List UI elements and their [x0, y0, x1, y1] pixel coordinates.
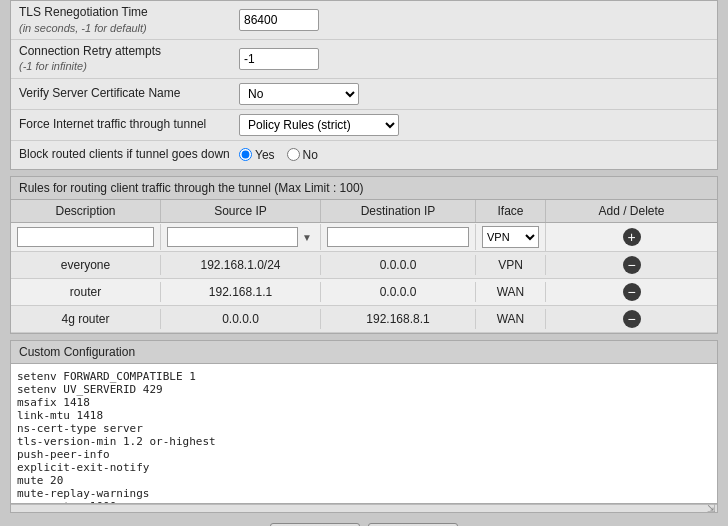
- row2-description: router: [11, 282, 161, 302]
- input-destination-ip-cell: [321, 224, 476, 250]
- row2-delete-cell: −: [546, 279, 717, 305]
- table-row: 4g router 0.0.0.0 192.168.8.1 WAN −: [11, 306, 717, 333]
- input-source-ip-cell: ▼: [161, 224, 321, 250]
- row1-destination-ip: 0.0.0.0: [321, 255, 476, 275]
- remove-icon: −: [623, 256, 641, 274]
- tls-renegotiation-label: TLS Renegotiation Time (in seconds, -1 f…: [19, 5, 239, 35]
- row2-source-ip: 192.168.1.1: [161, 282, 321, 302]
- source-ip-wrapper: ▼: [167, 227, 314, 247]
- input-description[interactable]: [17, 227, 154, 247]
- add-icon: +: [623, 228, 641, 246]
- row3-description: 4g router: [11, 309, 161, 329]
- row1-description: everyone: [11, 255, 161, 275]
- block-routed-yes-label[interactable]: Yes: [239, 148, 275, 162]
- verify-cert-label: Verify Server Certificate Name: [19, 86, 239, 102]
- input-add-cell: +: [546, 224, 717, 250]
- bottom-bar: Default Apply: [0, 513, 728, 526]
- custom-config-textarea[interactable]: setenv FORWARD_COMPATIBLE 1 setenv UV_SE…: [11, 364, 717, 504]
- row1-source-ip: 192.168.1.0/24: [161, 255, 321, 275]
- block-routed-value: Yes No: [239, 148, 709, 162]
- routing-section: Rules for routing client traffic through…: [10, 176, 718, 334]
- block-routed-yes-radio[interactable]: [239, 148, 252, 161]
- row1-iface: VPN: [476, 255, 546, 275]
- custom-config-section: Custom Configuration setenv FORWARD_COMP…: [10, 340, 718, 513]
- block-routed-no-text: No: [303, 148, 318, 162]
- row3-delete-cell: −: [546, 306, 717, 332]
- remove-row1-button[interactable]: −: [622, 255, 642, 275]
- block-routed-label: Block routed clients if tunnel goes down: [19, 147, 239, 163]
- col-source-ip: Source IP: [161, 200, 321, 222]
- remove-row2-button[interactable]: −: [622, 282, 642, 302]
- row3-iface: WAN: [476, 309, 546, 329]
- col-description: Description: [11, 200, 161, 222]
- main-container: TLS Renegotiation Time (in seconds, -1 f…: [0, 0, 728, 526]
- resize-icon: ⇲: [707, 503, 715, 514]
- row1-delete-cell: −: [546, 252, 717, 278]
- row2-destination-ip: 0.0.0.0: [321, 282, 476, 302]
- routing-header: Rules for routing client traffic through…: [11, 177, 717, 200]
- verify-cert-row: Verify Server Certificate Name No Yes: [11, 79, 717, 110]
- input-description-cell: [11, 224, 161, 250]
- input-iface-select[interactable]: VPN WAN: [482, 226, 539, 248]
- block-routed-no-label[interactable]: No: [287, 148, 318, 162]
- block-routed-row: Block routed clients if tunnel goes down…: [11, 141, 717, 169]
- tls-renegotiation-input[interactable]: [239, 9, 319, 31]
- remove-icon: −: [623, 283, 641, 301]
- table-row: everyone 192.168.1.0/24 0.0.0.0 VPN −: [11, 252, 717, 279]
- textarea-resize-handle[interactable]: ⇲: [11, 504, 717, 512]
- source-ip-dropdown-arrow[interactable]: ▼: [302, 231, 312, 242]
- settings-section: TLS Renegotiation Time (in seconds, -1 f…: [10, 0, 718, 170]
- input-source-ip[interactable]: [167, 227, 298, 247]
- verify-cert-select[interactable]: No Yes: [239, 83, 359, 105]
- connection-retry-row: Connection Retry attempts (-1 for infini…: [11, 40, 717, 79]
- row3-source-ip: 0.0.0.0: [161, 309, 321, 329]
- routing-table-container: Description Source IP Destination IP Ifa…: [11, 200, 717, 333]
- connection-retry-value: [239, 48, 709, 70]
- col-add-delete: Add / Delete: [546, 200, 717, 222]
- verify-cert-value: No Yes: [239, 83, 709, 105]
- routing-input-row: ▼ VPN WAN +: [11, 223, 717, 252]
- block-routed-yes-text: Yes: [255, 148, 275, 162]
- tls-renegotiation-value: [239, 9, 709, 31]
- force-internet-value: Policy Rules (strict) Yes No: [239, 114, 709, 136]
- input-destination-ip[interactable]: [327, 227, 469, 247]
- row2-iface: WAN: [476, 282, 546, 302]
- force-internet-label: Force Internet traffic through tunnel: [19, 117, 239, 133]
- add-row-button[interactable]: +: [622, 227, 642, 247]
- routing-table-header-row: Description Source IP Destination IP Ifa…: [11, 200, 717, 223]
- tls-renegotiation-row: TLS Renegotiation Time (in seconds, -1 f…: [11, 1, 717, 40]
- remove-row3-button[interactable]: −: [622, 309, 642, 329]
- custom-config-header: Custom Configuration: [11, 341, 717, 364]
- force-internet-row: Force Internet traffic through tunnel Po…: [11, 110, 717, 141]
- row3-destination-ip: 192.168.8.1: [321, 309, 476, 329]
- col-iface: Iface: [476, 200, 546, 222]
- remove-icon: −: [623, 310, 641, 328]
- table-row: router 192.168.1.1 0.0.0.0 WAN −: [11, 279, 717, 306]
- block-routed-radio-group: Yes No: [239, 148, 318, 162]
- col-destination-ip: Destination IP: [321, 200, 476, 222]
- connection-retry-input[interactable]: [239, 48, 319, 70]
- block-routed-no-radio[interactable]: [287, 148, 300, 161]
- force-internet-select[interactable]: Policy Rules (strict) Yes No: [239, 114, 399, 136]
- input-iface-cell: VPN WAN: [476, 223, 546, 251]
- connection-retry-label: Connection Retry attempts (-1 for infini…: [19, 44, 239, 74]
